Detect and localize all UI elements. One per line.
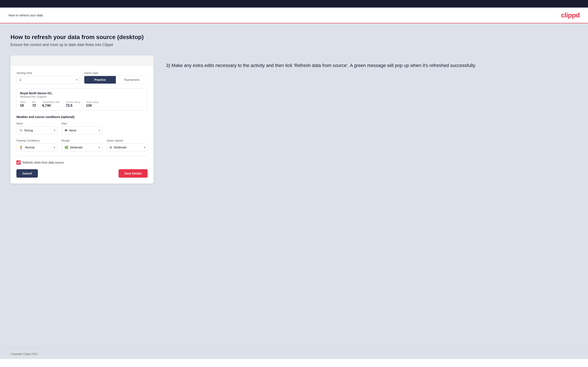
stat-par-label: Par [32,101,36,103]
weather-section-heading: Weather and course conditions (optional) [16,115,147,119]
rain-label: Rain [62,122,103,125]
stat-holes-label: Holes [20,101,26,103]
rain-icon: 🌧 [64,128,68,132]
wind-rain-row: Wind 🌬 Strong Light None ▾ Rain [16,122,147,134]
stat-par: Par 72 [32,101,36,108]
content-columns: Starting Hole 1 2 10 ▾ Game Type [10,55,578,184]
tournament-toggle-btn[interactable]: Tournament [116,76,147,83]
main-content: How to refresh your data from source (de… [0,23,588,348]
card-tab-1[interactable] [10,55,82,65]
rain-select[interactable]: None Light Heavy [69,127,100,134]
starting-hole-select-wrapper: 1 2 10 ▾ [16,76,80,84]
stat-slope-rating: Slope rating 134 [86,101,98,108]
game-type-toggle: Practice Tournament [84,76,147,84]
header: How to refresh your data clippd [0,8,588,23]
page-subtitle: Ensure the correct and most up to date d… [10,43,578,47]
fairway-select[interactable]: Normal Soft Hard [25,144,55,151]
header-title: How to refresh your data [9,13,43,17]
rough-select[interactable]: Moderate Light Heavy [70,144,100,151]
page-heading: How to refresh your data from source (de… [10,34,578,41]
fairway-icon: 🏌 [19,145,23,150]
stat-course-rating: Course rating 72.5 [66,101,80,108]
stat-holes: Holes 18 [20,101,26,108]
green-speed-icon: ⚙ [109,145,112,150]
stat-course-rating-label: Course rating [66,101,80,103]
starting-hole-field: Starting Hole 1 2 10 ▾ [16,71,80,84]
top-bar [0,0,588,8]
starting-hole-label: Starting Hole [16,71,80,75]
wind-select-wrapper: 🌬 Strong Light None ▾ [16,126,57,134]
starting-hole-game-type-row: Starting Hole 1 2 10 ▾ Game Type [16,71,147,84]
fairway-label: Fairway Conditions [16,139,57,142]
course-info: Royal North Devon GC, Westward Ho!, Engl… [16,88,147,111]
fairway-select-wrapper: 🏌 Normal Soft Hard ▾ [16,143,57,151]
game-type-label: Game Type [84,71,147,75]
stat-yards-label: Yards/White (M)) [42,101,60,103]
instruction-text: 3) Make any extra edits necessary to the… [166,55,578,69]
rough-field: Rough 🌿 Moderate Light Heavy ▾ [62,139,103,151]
green-speed-label: Green Speed [107,139,147,142]
wind-field: Wind 🌬 Strong Light None ▾ [16,122,57,134]
game-type-field: Game Type Practice Tournament [84,71,147,84]
form-panel: Starting Hole 1 2 10 ▾ Game Type [10,55,154,184]
stat-yards: Yards/White (M)) 6,744 [42,101,60,108]
stat-slope-rating-value: 134 [86,104,98,108]
stat-yards-value: 6,744 [42,104,60,108]
wind-label: Wind [16,122,57,125]
rain-field: Rain 🌧 None Light Heavy ▾ [62,122,103,134]
course-location: Westward Ho!, England [20,95,144,98]
conditions-row: Fairway Conditions 🏌 Normal Soft Hard ▾ [16,139,147,151]
wind-select[interactable]: Strong Light None [24,127,55,134]
stat-holes-value: 18 [20,104,26,108]
starting-hole-select[interactable]: 1 2 10 [16,76,80,84]
wind-icon: 🌬 [19,128,23,132]
logo: clippd [561,11,579,19]
action-row: Cancel Save Details [16,169,147,178]
fairway-field: Fairway Conditions 🏌 Normal Soft Hard ▾ [16,139,57,151]
copyright-text: Copyright Clippd 2022 [10,352,38,355]
footer: Copyright Clippd 2022 [0,348,588,359]
course-name: Royal North Devon GC, [20,92,144,95]
refresh-checkbox-row: Refresh shots from data source [16,160,147,165]
stat-par-value: 72 [32,104,36,108]
rough-label: Rough [62,139,103,142]
practice-toggle-btn[interactable]: Practice [84,76,116,83]
save-details-button[interactable]: Save Details [119,169,148,178]
divider [16,156,147,156]
rain-select-wrapper: 🌧 None Light Heavy ▾ [62,126,103,134]
stat-slope-rating-label: Slope rating [86,101,98,103]
green-speed-select-wrapper: ⚙ Moderate Slow Fast ▾ [107,143,147,151]
cancel-button[interactable]: Cancel [16,169,38,178]
stat-course-rating-value: 72.5 [66,104,80,108]
form-panel-inner: Starting Hole 1 2 10 ▾ Game Type [10,66,154,184]
refresh-checkbox-label: Refresh shots from data source [23,161,64,164]
green-speed-select[interactable]: Moderate Slow Fast [114,144,145,151]
card-tab-2[interactable] [82,55,154,65]
rough-select-wrapper: 🌿 Moderate Light Heavy ▾ [62,143,103,151]
refresh-checkbox[interactable] [16,160,21,165]
green-speed-field: Green Speed ⚙ Moderate Slow Fast ▾ [107,139,147,151]
course-stats: Holes 18 Par 72 Yards/White (M)) 6,744 [20,101,144,108]
card-tabs [10,55,154,66]
rough-icon: 🌿 [64,145,69,150]
